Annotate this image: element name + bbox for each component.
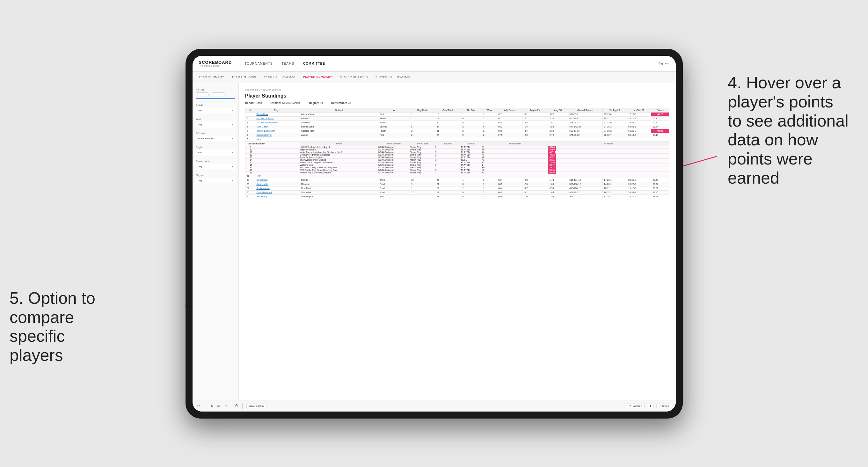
col-yr: Yr — [378, 108, 410, 112]
refresh-icon[interactable]: ↻ — [210, 404, 213, 408]
sidebar-year-control[interactable]: (All) ▾ — [196, 122, 235, 127]
sign-out-button[interactable]: Sign out — [658, 62, 669, 65]
cell-points[interactable]: 58.49 — [651, 194, 669, 198]
tablet-screen: SCOREBOARD Powered by clippi TOURNAMENTS… — [192, 56, 676, 411]
col-to-par: Avg to Par — [523, 108, 548, 112]
tab-player-summary[interactable]: PLAYER SUMMARY — [303, 74, 332, 80]
expand-num: 10 — [245, 148, 300, 151]
expand-event: Tiger Invitational — [300, 148, 378, 151]
sidebar-region-label: Region — [196, 146, 235, 149]
clock-icon[interactable]: ⏱ — [235, 404, 239, 408]
view-original-button[interactable]: View: Original — [246, 404, 267, 408]
sidebar-division-control[interactable]: NCAA Division I ▾ — [196, 136, 235, 141]
nav-teams[interactable]: TEAMS — [281, 61, 294, 67]
tab-player-h2h-grid[interactable]: PLAYER H2H GRID — [340, 74, 368, 80]
cell-points-highlighted[interactable]: 68.27 — [651, 112, 669, 116]
table-row: 5 Christo Lamprecht Georgia Tech Fourth … — [245, 129, 669, 133]
tab-player-h2h-heatmap[interactable]: PLAYER H2H HEATMAP — [375, 74, 410, 80]
cell-conf-rank: 27 — [435, 125, 461, 129]
player-name-link[interactable]: Christo Lamprecht — [256, 130, 275, 132]
player-name-link[interactable]: Jackson Koivun — [256, 134, 272, 136]
expand-num: 13 — [245, 156, 300, 158]
sidebar-player-control[interactable]: (All) ▾ — [196, 178, 235, 183]
expand-type: Stroke Play — [410, 161, 435, 163]
cell-points[interactable]: 60.27 — [651, 182, 669, 186]
tab-team-summary[interactable]: TEAM SUMMARY — [199, 74, 224, 80]
tab-team-h2h-heatmap[interactable]: TEAM H2H HEATMAP — [264, 74, 296, 80]
sidebar-gender-control[interactable]: Men ▾ — [196, 108, 235, 113]
cell-reg-rank: 1 — [410, 186, 435, 190]
cell-record: 533-57-16 — [568, 129, 602, 133]
download-button[interactable]: ⬇ — [647, 404, 654, 408]
expand-division: NCAA Division I — [378, 156, 410, 158]
cell-points[interactable]: 68.58 — [651, 178, 669, 182]
expand-status: NULL — [461, 166, 482, 168]
no-rds-min-input[interactable] — [196, 92, 209, 97]
cell-points[interactable]: 76.3 — [651, 116, 669, 121]
cell-points[interactable]: 59.95 — [651, 190, 669, 194]
cell-player: Michael La Sasso — [255, 116, 300, 121]
cell-rds: 1 — [461, 112, 482, 116]
undo-icon[interactable]: ↩ — [197, 404, 200, 408]
nav-committee[interactable]: COMMITTEE — [303, 61, 325, 67]
player-name-link[interactable]: Bastien Amat — [256, 187, 269, 189]
expand-event: Mirabel Maui Jim Intercollegiate — [300, 171, 378, 174]
player-name-link[interactable]: Wenyi Ding — [256, 113, 268, 115]
watch-button[interactable]: 👁 Watch ▾ — [627, 404, 645, 408]
more-icon[interactable]: ⋯ — [223, 404, 227, 408]
expand-status: PLAYED — [461, 161, 482, 163]
cell-points[interactable]: 70.2 — [651, 121, 669, 125]
expand-type: Stroke Play — [410, 168, 435, 171]
chevron-down-icon-player: ▾ — [232, 179, 233, 182]
player-name-link[interactable]: Cole Sherwood — [256, 191, 272, 193]
cell-points[interactable]: 58.18 — [651, 133, 669, 137]
cell-avg-sg: 2.72 — [548, 133, 568, 137]
sidebar-conference-control[interactable]: (All) ▾ — [196, 164, 235, 169]
cell-conf-rank: 21 — [435, 129, 461, 133]
cell-rank: 5 — [245, 129, 255, 133]
slider-track[interactable] — [196, 98, 235, 99]
expand-rank-impact: +0 — [482, 168, 548, 171]
cell-points[interactable]: 68.34 — [651, 125, 669, 129]
player-name-link[interactable]: Luke Claton — [256, 126, 268, 128]
cell-vs50: 65-54-6 — [627, 125, 651, 129]
filter-division: Division: NCAA Division I — [270, 101, 302, 104]
conference-value: All — [348, 101, 351, 104]
expand-status: PLAYED — [461, 168, 482, 171]
sidebar-region-control[interactable]: N/A ▾ — [196, 150, 235, 155]
player-name-link[interactable]: Ian Gilligan — [256, 179, 268, 181]
cell-reg-rank: 1 — [410, 116, 435, 121]
chevron-down-icon-conf: ▾ — [232, 165, 233, 168]
cell-wins: 1 — [482, 178, 497, 182]
cell-points[interactable]: 60.02 — [651, 186, 669, 190]
cell-conf-rank: 20 — [435, 121, 461, 125]
cell-adj-score: 68.7 — [497, 178, 522, 182]
copy-icon[interactable]: ⧉ — [217, 404, 220, 408]
expand-status: PLAYED — [461, 148, 482, 151]
cell-adj-score: 68.9 — [497, 190, 522, 194]
cell-reg-rank: 12 — [410, 190, 435, 194]
no-rds-max-input[interactable] — [212, 92, 224, 97]
cell-adj-score: 68.0 — [497, 129, 522, 133]
cell-vs25: 14-20-1 — [602, 182, 627, 186]
cell-avg-sg: 1.47 — [548, 121, 568, 125]
player-name-link[interactable]: Jack Lundin — [256, 183, 268, 185]
cell-vs50: 50-16-8 — [627, 133, 651, 137]
cell-points-highlighted[interactable]: 80.89 — [651, 129, 669, 133]
redo-icon[interactable]: ↪ — [204, 404, 207, 408]
chevron-down-icon: ▾ — [232, 109, 233, 112]
share-button[interactable]: ↗ Share — [656, 404, 671, 408]
nav-tournaments[interactable]: TOURNAMENTS — [245, 61, 273, 67]
player-name-link[interactable]: Petr Hruby — [256, 195, 267, 198]
player-name-link[interactable]: Michael Thorbjornsen — [256, 121, 278, 124]
w-points-badge[interactable]: 66.40 — [548, 171, 556, 174]
tab-team-h2h-grid[interactable]: TEAM H2H GRID — [232, 74, 256, 80]
sidebar-gender-section: Gender Men ▾ — [196, 103, 235, 113]
toolbar-divider — [231, 403, 231, 409]
cell-record: 547-142-38 — [568, 125, 602, 129]
cell-reg-rank: 11 — [410, 182, 435, 186]
cell-school: Vanderbilt — [300, 190, 378, 194]
player-name-link[interactable]: Michael La Sasso — [256, 117, 274, 120]
expand-col-type: Event Type — [410, 141, 435, 146]
expand-event: Southern Highlands Collegiate — [300, 153, 378, 156]
